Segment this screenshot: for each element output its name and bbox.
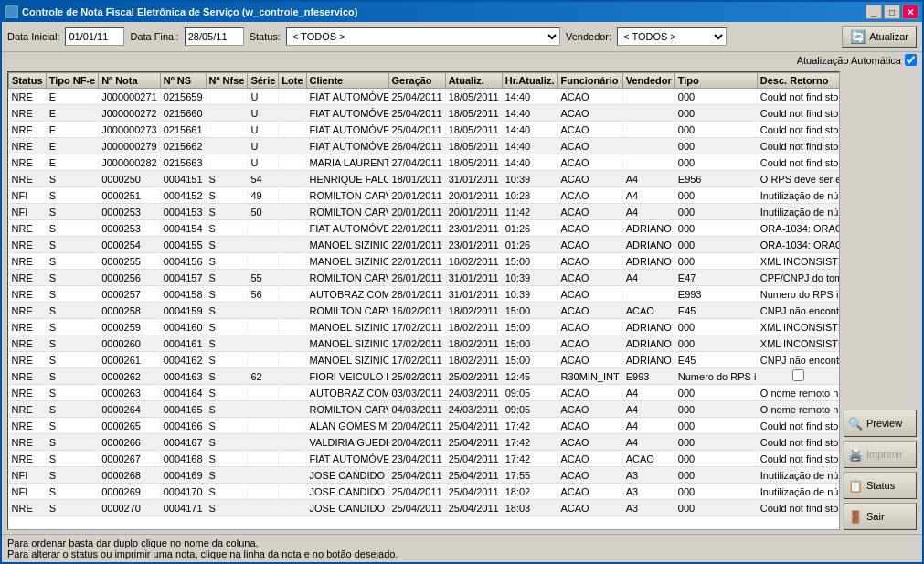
table-row[interactable]: NRES00002620004163S62FIORI VEICULO L25/0… xyxy=(9,368,840,385)
table-cell: 0004157 xyxy=(160,270,206,286)
close-button[interactable]: ✕ xyxy=(902,5,919,19)
col-tipo[interactable]: Tipo NF-e xyxy=(46,73,99,89)
table-cell: 20/04/2011 xyxy=(388,418,445,434)
table-cell: NRE xyxy=(9,89,47,105)
table-row[interactable]: NRES00002600004161SMANOEL SIZINIO17/02/2… xyxy=(9,335,840,352)
table-cell xyxy=(279,122,306,138)
table-row[interactable]: NFIS00002510004152S49ROMILTON CARV20/01/… xyxy=(9,187,840,204)
table-cell: NRE xyxy=(9,253,47,270)
col-hr-atualizacao[interactable]: Hr.Atualiz. xyxy=(502,73,558,89)
table-row[interactable]: NRES00002560004157S55ROMILTON CARV26/01/… xyxy=(9,270,840,286)
table-row[interactable]: NRES00002670004168SFIAT AUTOMÓVE23/04/20… xyxy=(9,451,840,467)
table-row[interactable]: NRES00002540004155SMANOEL SIZINIO22/01/2… xyxy=(9,237,840,253)
table-row[interactable]: NRES00002640004165SROMILTON CARV04/03/20… xyxy=(9,401,840,418)
table-row[interactable]: NFIS00002690004170SJOSE CANDIDO T25/04/2… xyxy=(9,484,840,500)
row-checkbox[interactable] xyxy=(792,369,804,381)
table-cell: XML INCONSISTE xyxy=(757,253,839,270)
table-row[interactable]: NRES00002610004162SMANOEL SIZINIO17/02/2… xyxy=(9,352,840,368)
table-cell: O RPS deve ser e xyxy=(757,171,839,187)
table-cell: 01:26 xyxy=(502,220,558,237)
table-cell: 56 xyxy=(248,286,279,303)
col-status[interactable]: Status xyxy=(9,73,47,89)
table-cell: ACAO xyxy=(558,154,622,171)
table-cell: 0004158 xyxy=(160,286,206,303)
table-row[interactable]: NRES00002590004160SMANOEL SIZINIO17/02/2… xyxy=(9,319,840,335)
table-row[interactable]: NRES00002630004164SAUTOBRAZ COM03/03/201… xyxy=(9,385,840,401)
table-cell: MANOEL SIZINIO xyxy=(306,335,388,352)
table-cell: 0000269 xyxy=(99,484,161,500)
table-row[interactable]: NRES00002530004154SFIAT AUTOMÓVE22/01/20… xyxy=(9,220,840,237)
table-cell: 0004171 xyxy=(160,500,206,516)
table-cell: E993 xyxy=(622,368,674,385)
table-cell: E993 xyxy=(674,286,757,303)
table-cell: S xyxy=(206,286,248,303)
col-atualizacao[interactable]: Atualiz. xyxy=(445,73,502,89)
table-row[interactable]: NRES00002570004158S56AUTOBRAZ COM28/01/2… xyxy=(9,286,840,303)
data-final-input[interactable] xyxy=(185,27,244,46)
table-cell: 0215662 xyxy=(160,138,206,154)
table-row[interactable]: NREEJ0000002820215663UMARIA LAURENTI27/0… xyxy=(9,154,840,171)
atualizar-label: Atualizar xyxy=(869,31,908,42)
table-row[interactable]: NRES00002500004151S54HENRIQUE FALC18/01/… xyxy=(9,171,840,187)
col-nfse[interactable]: Nº Nfse xyxy=(206,73,248,89)
auto-update-checkbox[interactable] xyxy=(905,54,917,66)
table-cell: 000 xyxy=(674,253,757,270)
status-button[interactable]: 📋 Status xyxy=(844,472,917,499)
data-inicial-input[interactable] xyxy=(65,27,124,46)
table-row[interactable]: NRES00002660004167SVALDIRIA GUEDE20/04/2… xyxy=(9,434,840,451)
col-cliente[interactable]: Cliente xyxy=(306,73,388,89)
table-row[interactable]: NREEJ0000002730215661UFIAT AUTOMÓVE25/04… xyxy=(9,122,840,138)
table-cell xyxy=(248,253,279,270)
table-row[interactable]: NRES00002700004171SJOSE CANDIDO T25/04/2… xyxy=(9,500,840,516)
table-row[interactable]: NFIS00002680004169SJOSE CANDIDO T25/04/2… xyxy=(9,467,840,484)
table-row[interactable]: NFIS00002530004153S50ROMILTON CARV20/01/… xyxy=(9,204,840,220)
table-row[interactable]: NREEJ0000002790215662UFIAT AUTOMÓVE26/04… xyxy=(9,138,840,154)
table-cell: 31/01/2011 xyxy=(445,286,502,303)
table-cell: Could not find sto xyxy=(757,89,839,105)
table-cell: S xyxy=(46,270,99,286)
table-cell: 25/04/2011 xyxy=(445,467,502,484)
table-cell: 25/04/2011 xyxy=(388,89,445,105)
table-cell: 000 xyxy=(674,319,757,335)
col-lote[interactable]: Lote xyxy=(279,73,306,89)
preview-icon: 🔍 xyxy=(848,417,863,431)
table-cell: S xyxy=(46,286,99,303)
table-cell: NFI xyxy=(9,467,47,484)
atualizar-button[interactable]: 🔄 Atualizar xyxy=(842,26,917,48)
table-row[interactable]: NREEJ0000002710215659UFIAT AUTOMÓVE25/04… xyxy=(9,89,840,105)
table-cell: 0000253 xyxy=(99,204,161,220)
table-cell: 25/04/2011 xyxy=(388,467,445,484)
maximize-button[interactable]: □ xyxy=(884,5,900,19)
col-tipo2[interactable]: Tipo xyxy=(674,73,757,89)
table-wrapper[interactable]: Status Tipo NF-e Nº Nota Nº NS Nº Nfse S… xyxy=(8,72,839,529)
table-cell: NRE xyxy=(9,434,47,451)
table-cell: JOSE CANDIDO T xyxy=(306,467,388,484)
vendedor-select[interactable]: < TODOS > xyxy=(617,27,727,46)
col-geracao[interactable]: Geração xyxy=(388,73,445,89)
table-cell: S xyxy=(206,237,248,253)
table-cell: 20/01/2011 xyxy=(445,204,502,220)
table-cell: 0215661 xyxy=(160,122,206,138)
col-vendedor[interactable]: Vendedor xyxy=(622,73,674,89)
col-funcionario[interactable]: Funcionário xyxy=(558,73,622,89)
title-bar: Controle de Nota Fiscal Eletrônica de Se… xyxy=(2,2,922,22)
col-ns[interactable]: Nº NS xyxy=(160,73,206,89)
table-row[interactable]: NRES00002650004166SALAN GOMES MC20/04/20… xyxy=(9,418,840,434)
col-desc[interactable]: Desc. Retorno xyxy=(757,73,839,89)
table-cell: NRE xyxy=(9,418,47,434)
table-cell: 0004162 xyxy=(160,352,206,368)
table-cell: ADRIANO xyxy=(622,253,674,270)
preview-button[interactable]: 🔍 Preview xyxy=(844,410,917,437)
sair-button[interactable]: 🚪 Sair xyxy=(844,503,917,530)
row-checkbox-cell xyxy=(757,368,839,385)
table-cell: MANOEL SIZINIO xyxy=(306,319,388,335)
imprimir-button[interactable]: 🖨️ Imprimir xyxy=(844,441,917,468)
col-nota[interactable]: Nº Nota xyxy=(99,73,161,89)
status-select[interactable]: < TODOS > NRE NFI xyxy=(286,27,560,46)
table-row[interactable]: NREEJ0000002720215660UFIAT AUTOMÓVE25/04… xyxy=(9,105,840,122)
table-row[interactable]: NRES00002550004156SMANOEL SIZINIO22/01/2… xyxy=(9,253,840,270)
table-row[interactable]: NRES00002580004159SROMILTON CARV16/02/20… xyxy=(9,303,840,319)
minimize-button[interactable]: _ xyxy=(866,5,882,19)
table-cell xyxy=(279,401,306,418)
col-serie[interactable]: Série xyxy=(248,73,279,89)
